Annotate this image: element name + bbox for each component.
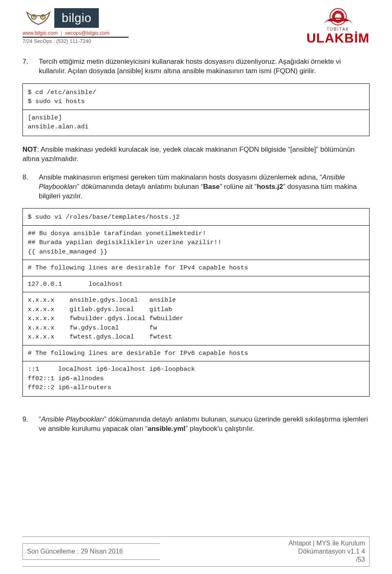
code-line: [ansible] ansible.alan.adi bbox=[28, 114, 89, 130]
footer-page: /53 bbox=[289, 556, 365, 564]
footer-title: Ahtapot | MYS ile Kurulum bbox=[289, 539, 365, 547]
logo-row: bilgio bbox=[22, 8, 129, 28]
code-line: # The following lines are desirable for … bbox=[28, 350, 248, 357]
text: Ansible makinasının erişmesi gereken tüm… bbox=[39, 173, 322, 181]
code-line: $ cd /etc/ansible/ $ sudo vi hosts bbox=[28, 89, 96, 105]
code-line: $ sudo vi /roles/base/templates/hosts.j2 bbox=[28, 213, 180, 221]
note-label: NOT bbox=[22, 146, 37, 153]
list-item-8: 8. Ansible makinasının erişmesi gereken … bbox=[22, 173, 370, 201]
text: ” playbook'u çalıştırılır. bbox=[185, 425, 254, 433]
text: ” dökümanında detaylı anlatımı bulunan “ bbox=[77, 183, 203, 191]
svg-point-3 bbox=[42, 16, 44, 18]
footer-last-updated: Son Güncelleme : 29 Nisan 2016 bbox=[22, 543, 160, 560]
contact-email[interactable]: secops@bilgio.com bbox=[65, 30, 109, 36]
list-item-7: 7. Tercih ettiğimiz metin düzenleyicisin… bbox=[22, 57, 370, 76]
note-body: : Ansible makinası yedekli kurulacak ise… bbox=[22, 146, 355, 163]
secops-line: 7/24 SecOps : (532) 111-7240 bbox=[22, 38, 129, 44]
header-left: bilgio www.bilgio.com | secops@bilgio.co… bbox=[22, 8, 129, 44]
code-block-hosts-j2: $ sudo vi /roles/base/templates/hosts.j2… bbox=[22, 208, 370, 397]
list-number: 8. bbox=[22, 173, 39, 201]
code-line: # The following lines are desirable for … bbox=[28, 264, 248, 271]
list-body: Ansible makinasının erişmesi gereken tüm… bbox=[39, 173, 370, 201]
code-line: 127.0.0.1 localhost bbox=[28, 280, 123, 288]
brand-badge: bilgio bbox=[54, 8, 99, 28]
page-header: bilgio www.bilgio.com | secops@bilgio.co… bbox=[22, 8, 370, 46]
text-italic: Ansible Playbookları bbox=[41, 415, 104, 423]
text: ” rolüne ait “ bbox=[220, 183, 257, 191]
contact-site[interactable]: www.bilgio.com bbox=[22, 30, 58, 36]
separator: | bbox=[61, 30, 62, 36]
text-bold: hosts.j2 bbox=[257, 183, 283, 191]
code-block-hosts-edit: $ cd /etc/ansible/ $ sudo vi hosts[ansib… bbox=[22, 83, 370, 136]
list-number: 9. bbox=[22, 415, 39, 434]
list-body: Tercih ettiğimiz metin düzenleyicisini k… bbox=[39, 57, 370, 76]
owl-logo-icon bbox=[22, 8, 54, 28]
code-line: ## Bu dosya ansible tarafindan yonetilme… bbox=[28, 230, 221, 256]
list-body: “Ansible Playbookları” dökümanında detay… bbox=[39, 415, 370, 434]
code-line: x.x.x.x ansible.gdys.local ansible x.x.x… bbox=[28, 296, 183, 341]
text-bold: Base bbox=[203, 183, 220, 191]
list-item-9: 9. “Ansible Playbookları” dökümanında de… bbox=[22, 415, 370, 434]
contact-line: www.bilgio.com | secops@bilgio.com bbox=[22, 30, 129, 38]
header-right: TÜBİTAK ULAKBİM bbox=[306, 8, 370, 46]
svg-point-2 bbox=[33, 16, 35, 18]
footer-version: Dökümantasyon v1.1 4 bbox=[289, 547, 365, 556]
code-line: ::1 localhost ip6-localhost ip6-loopback… bbox=[28, 365, 195, 391]
text-bold: ansible.yml bbox=[147, 425, 185, 433]
document-content: 7. Tercih ettiğimiz metin düzenleyicisin… bbox=[22, 57, 370, 434]
tubitak-logo: TÜBİTAK ULAKBİM bbox=[306, 8, 370, 46]
footer-doc-info: Ahtapot | MYS ile Kurulum Dökümantasyon … bbox=[272, 537, 369, 566]
page-footer: Son Güncelleme : 29 Nisan 2016 Ahtapot |… bbox=[22, 536, 370, 567]
list-number: 7. bbox=[22, 57, 39, 76]
note-paragraph: NOT: Ansible makinası yedekli kurulacak … bbox=[22, 145, 370, 164]
ulakbim-text: ULAKBİM bbox=[306, 31, 370, 46]
tubitak-laurel-icon bbox=[324, 18, 352, 25]
